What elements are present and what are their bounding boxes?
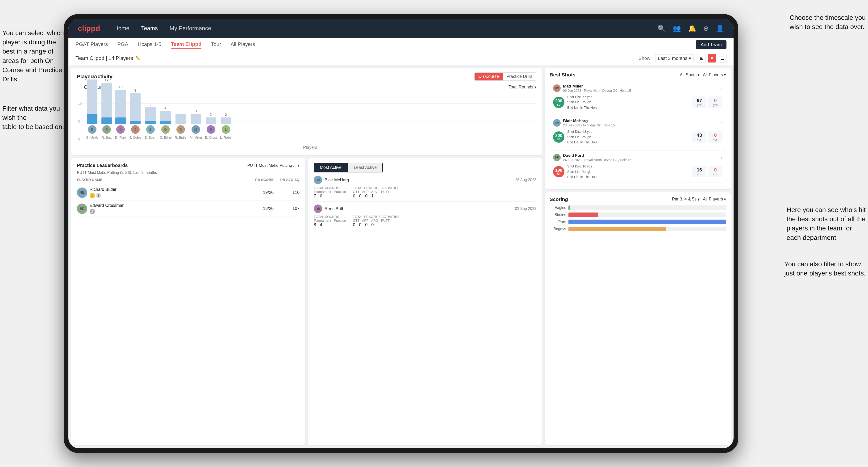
- bar-avatar: J: [131, 125, 140, 134]
- all-players-dropdown[interactable]: All Players ▾: [703, 72, 726, 77]
- bar: [191, 114, 201, 124]
- drill-selector[interactable]: PUTT Must Make Putting ... ▾: [247, 163, 300, 168]
- tab-pgat-players[interactable]: PGAT Players: [75, 41, 108, 49]
- view-icons: ⊞ ♥ ☰: [697, 54, 726, 63]
- chevron-right-icon[interactable]: ›: [721, 120, 722, 126]
- bar-highlight: [130, 121, 141, 124]
- heart-view-btn[interactable]: ♥: [708, 54, 716, 63]
- annotation-timescale: Choose the timescale youwish to see the …: [790, 13, 866, 31]
- bar-avatar: G: [161, 125, 170, 134]
- stat-sub-rounds: Tournament Practice: [314, 219, 346, 222]
- bar-x-label: M. Miller: [190, 135, 202, 139]
- stat-values-rounds: 8 4: [314, 222, 346, 227]
- tablet-screen: clippd Home Teams My Performance 🔍 👥 🔔 ⊕…: [68, 19, 734, 448]
- shot-metric-dist: 43 yds: [692, 131, 706, 143]
- people-icon[interactable]: 👥: [673, 25, 681, 32]
- all-shots-dropdown[interactable]: All Shots ▾: [680, 72, 700, 77]
- least-active-tab[interactable]: Least Active: [348, 163, 383, 173]
- scoring-bar-track: 3: [568, 206, 726, 210]
- plus-circle-icon[interactable]: ⊕: [703, 25, 709, 32]
- col-player-name: PLAYER NAME: [77, 178, 248, 182]
- chevron-right-icon[interactable]: ›: [721, 86, 722, 91]
- bar-value: 2: [225, 113, 227, 117]
- practice-title: Practice Leaderboards: [77, 163, 128, 168]
- annotation-filter-player: You can also filter to showjust one play…: [784, 259, 866, 278]
- stat-sub-activities: GTT APP ARG PUTT: [353, 190, 399, 194]
- shot-avatar: MM: [553, 85, 561, 92]
- total-rounds-group: Total Rounds Tournament Practice 8 4: [314, 215, 346, 227]
- edit-icon[interactable]: ✏️: [135, 56, 141, 61]
- bar: [101, 83, 112, 124]
- bar-value: 2: [210, 113, 212, 117]
- nav-right: 🔍 👥 🔔 ⊕ 👤: [657, 25, 724, 32]
- bar-group: 2 L L. Robertson: [220, 113, 232, 139]
- main-content: Player Activity On Course Practice Drill…: [68, 65, 734, 448]
- card-header-activity: Player Activity On Course Practice Drill…: [77, 72, 536, 81]
- bar-avatar: E: [207, 125, 215, 134]
- most-active-card: Most Active Least Active BM Blair McHarg…: [308, 158, 542, 445]
- bar-x-label: E. Ebert: [145, 135, 156, 139]
- shot-details-row: 200 SG Shot Dist: 43 yds Start Lie: Roug…: [553, 129, 722, 145]
- chart-dropdown[interactable]: Total Rounds ▾: [508, 85, 536, 90]
- practice-drills-toggle[interactable]: Practice Drills: [503, 73, 536, 81]
- scoring-bar-row: Bogeys 311: [550, 227, 726, 231]
- search-icon[interactable]: 🔍: [657, 25, 665, 32]
- most-active-tab[interactable]: Most Active: [314, 163, 348, 173]
- chevron-down-icon: ▾: [724, 197, 726, 202]
- tab-hcaps[interactable]: Hcaps 1-5: [138, 41, 161, 49]
- bar-avatar: R: [102, 125, 111, 134]
- shot-entry: MM Matt Miller 09 Jun 2023 · Royal North…: [550, 81, 726, 113]
- practice-name-col: Richard Butler 🏆 1: [90, 187, 248, 198]
- bell-icon[interactable]: 🔔: [688, 25, 696, 32]
- right-panel: Best Shots All Shots ▾ All Players ▾: [545, 65, 734, 448]
- active-player-name: Blair McHarg: [324, 178, 349, 183]
- bar-avatar: D: [116, 125, 125, 134]
- scoring-bar-fill: [568, 206, 570, 210]
- shot-player-name: David Ford: [563, 153, 631, 158]
- bar: [221, 118, 231, 124]
- active-player-header: RB Rees Britt 02 Sep 2023: [314, 205, 536, 213]
- bar-avatar: L: [222, 125, 230, 134]
- tab-all-players[interactable]: All Players: [230, 41, 255, 49]
- tab-pga[interactable]: PGA: [117, 41, 128, 49]
- tab-team-clippd[interactable]: Team Clippd: [171, 41, 202, 49]
- player-filter[interactable]: All Players ▾: [703, 197, 726, 202]
- tab-tour[interactable]: Tour: [211, 41, 221, 49]
- active-player-block: RB Rees Britt 02 Sep 2023 Total Rounds T…: [314, 205, 536, 230]
- shot-metrics: 67 yds 0 yds: [692, 96, 722, 108]
- bar-highlight: [101, 118, 112, 124]
- bar-highlight: [145, 121, 156, 124]
- par-filter[interactable]: Par 3, 4 & 5s ▾: [672, 197, 700, 202]
- shot-avatar: DF: [553, 154, 561, 161]
- shot-metric-remain: 0 yds: [708, 96, 722, 108]
- bar-highlight: [87, 114, 97, 124]
- bar-value: 9: [134, 88, 136, 92]
- on-course-toggle[interactable]: On Course: [474, 73, 503, 81]
- nav-teams[interactable]: Teams: [141, 25, 158, 32]
- user-avatar-icon[interactable]: 👤: [716, 25, 724, 32]
- practice-val: 6: [320, 194, 322, 198]
- bar: [160, 111, 171, 124]
- scoring-title: Scoring: [550, 196, 568, 202]
- nav-home[interactable]: Home: [114, 25, 129, 32]
- active-player-left: BM Blair McHarg: [314, 176, 349, 184]
- shot-metric-remain: 0 yds: [708, 131, 722, 143]
- scoring-bar-fill: [568, 220, 726, 224]
- col-pb-score: PB SCORE: [250, 178, 274, 182]
- chevron-right-icon[interactable]: ›: [721, 155, 722, 160]
- bar-group: 4 G G. Billingham: [160, 106, 172, 139]
- add-team-button[interactable]: Add Team: [696, 40, 726, 49]
- scoring-bar-label: Birdies: [550, 213, 566, 217]
- active-player-header: BM Blair McHarg 26 Aug 2023: [314, 176, 536, 184]
- scoring-card: Scoring Par 3, 4 & 5s ▾ All Players ▾: [545, 192, 731, 445]
- logo: clippd: [78, 24, 100, 33]
- time-select[interactable]: Last 3 months ▾: [655, 54, 694, 62]
- practice-name-col: Edward Crossman 2: [90, 203, 248, 214]
- nav-my-performance[interactable]: My Performance: [169, 25, 211, 32]
- sub-nav-tabs: PGAT Players PGA Hcaps 1-5 Team Clippd T…: [75, 41, 255, 49]
- grid-view-btn[interactable]: ⊞: [697, 54, 706, 63]
- stat-sub-rounds: Tournament Practice: [314, 190, 346, 194]
- total-activities-group: Total Practice Activities GTT APP ARG PU…: [353, 215, 399, 227]
- list-view-btn[interactable]: ☰: [718, 54, 726, 63]
- shot-info: Shot Dist: 67 yds Start Lie: Rough End L…: [567, 94, 689, 110]
